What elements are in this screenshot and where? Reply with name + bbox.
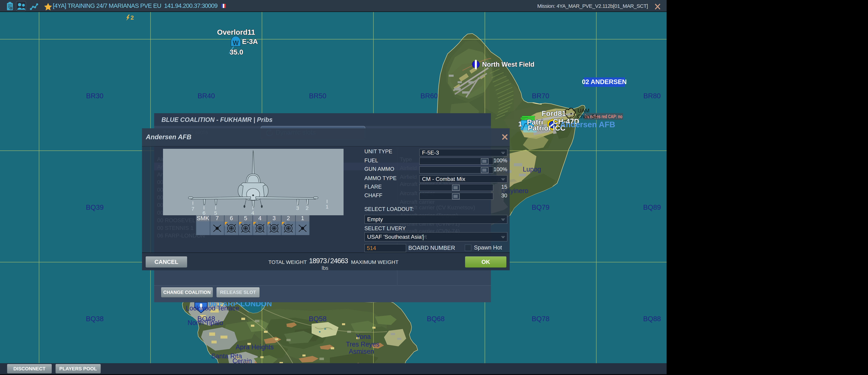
svg-text:5: 5 — [244, 215, 247, 221]
svg-text:BR30: BR30 — [86, 92, 103, 100]
svg-text:BQ78: BQ78 — [532, 315, 550, 322]
svg-text:BQ89: BQ89 — [643, 204, 661, 211]
svg-text:4: 4 — [251, 210, 254, 215]
svg-text:Mission: 4YA_MAR_PVE_V2.112b[0: Mission: 4YA_MAR_PVE_V2.112b[01_MAR_SCT] — [537, 3, 648, 9]
svg-text:7: 7 — [216, 215, 219, 221]
svg-text:BQ68: BQ68 — [427, 315, 444, 322]
svg-text:Patriot ICC: Patriot ICC — [528, 124, 565, 132]
svg-text:Ford81: Ford81 — [541, 110, 566, 118]
svg-text:1: 1 — [326, 204, 329, 210]
svg-text:5: 5 — [214, 210, 217, 215]
svg-text:1: 1 — [518, 120, 522, 128]
svg-text:[4YA] TRAINING 24/7 MARIANAS P: [4YA] TRAINING 24/7 MARIANAS PVE EU 141.… — [53, 2, 218, 9]
svg-text:Chan 54: Chan 54 — [577, 114, 597, 120]
svg-text:BQ88: BQ88 — [643, 315, 661, 322]
svg-text:BR70: BR70 — [532, 92, 549, 100]
svg-text:North West Field: North West Field — [482, 61, 534, 68]
svg-text:BQ58: BQ58 — [309, 315, 327, 322]
svg-text:3: 3 — [296, 205, 299, 211]
svg-text:BR40: BR40 — [197, 92, 215, 100]
svg-text:E-3A: E-3A — [242, 38, 258, 45]
svg-text:Andersen AFB: Andersen AFB — [560, 120, 615, 129]
svg-text:2: 2 — [287, 215, 290, 221]
svg-text:35.0: 35.0 — [230, 48, 243, 56]
svg-text:BR60: BR60 — [421, 92, 438, 100]
svg-text:Yona: Yona — [356, 333, 371, 340]
svg-text:UAM: UAM — [578, 107, 590, 114]
svg-text:BQ39: BQ39 — [86, 204, 104, 211]
svg-text:BQ38: BQ38 — [86, 315, 104, 322]
svg-text:Lupog: Lupog — [523, 166, 541, 173]
svg-text:SMK: SMK — [197, 215, 209, 221]
svg-text:4: 4 — [258, 215, 261, 221]
svg-text:6: 6 — [203, 210, 206, 215]
svg-text:W: W — [233, 39, 239, 46]
svg-text:3: 3 — [273, 215, 276, 221]
svg-text:BR50: BR50 — [309, 92, 327, 100]
svg-text:6: 6 — [230, 215, 233, 221]
svg-text:Apra Heights: Apra Heights — [236, 343, 274, 351]
svg-text:2: 2 — [130, 14, 134, 21]
svg-text:Tres Reyes: Tres Reyes — [346, 341, 379, 348]
svg-text:1: 1 — [301, 215, 304, 221]
svg-text:7: 7 — [191, 206, 194, 212]
svg-text:2: 2 — [306, 205, 309, 211]
svg-text:Asmisen: Asmisen — [349, 348, 374, 355]
svg-text:North Tipalo: North Tipalo — [188, 319, 223, 326]
svg-text:BR80: BR80 — [643, 92, 661, 100]
svg-text:02 ANDERSEN: 02 ANDERSEN — [582, 78, 627, 86]
svg-text:BQ79: BQ79 — [532, 204, 550, 211]
svg-text:Overlord11: Overlord11 — [217, 28, 255, 36]
